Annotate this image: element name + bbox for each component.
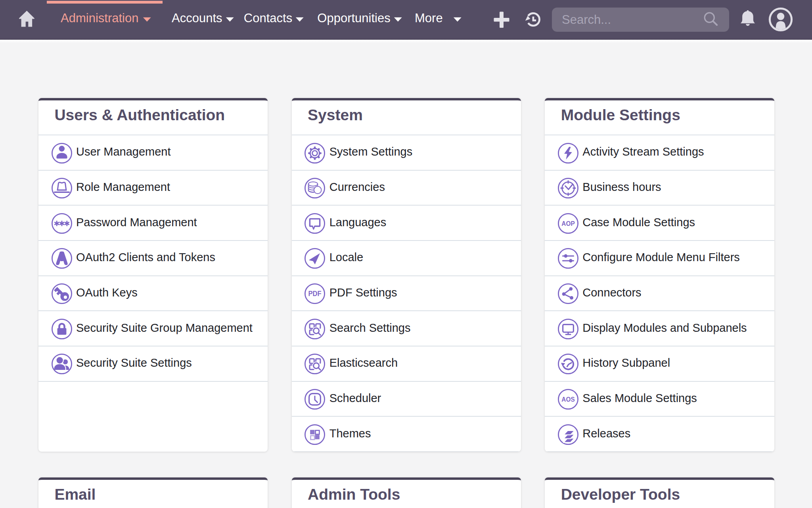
svg-text:AOP: AOP bbox=[561, 220, 575, 227]
svg-text:PDF: PDF bbox=[308, 290, 322, 298]
svg-text:AOS: AOS bbox=[561, 396, 575, 403]
